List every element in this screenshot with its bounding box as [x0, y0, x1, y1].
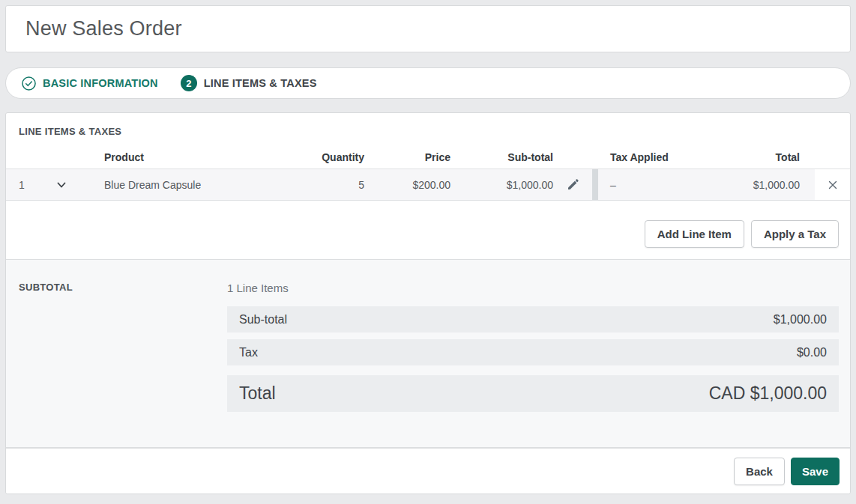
column-header-total: Total: [687, 151, 815, 163]
line-items-table-header: Product Quantity Price Sub-total Tax App…: [6, 146, 850, 168]
save-button[interactable]: Save: [791, 458, 840, 485]
check-circle-icon: [22, 76, 36, 91]
line-items-section: LINE ITEMS & TAXES Product Quantity Pric…: [6, 113, 850, 259]
summary-tax-label: Tax: [239, 346, 258, 359]
summary-row-tax: Tax $0.00: [227, 339, 839, 365]
form-footer: Back Save: [6, 448, 850, 494]
subtotal-section-title: SUBTOTAL: [19, 282, 227, 293]
step-number-badge: 2: [181, 75, 197, 91]
step-label-line-items-taxes: LINE ITEMS & TAXES: [204, 77, 317, 89]
line-item-price: $200.00: [364, 179, 450, 191]
column-header-subtotal: Sub-total: [450, 151, 553, 163]
column-header-product: Product: [104, 151, 282, 163]
chevron-down-icon: [56, 180, 67, 190]
summary-subtotal-value: $1,000.00: [774, 313, 827, 327]
line-item-row: 1 Blue Dream Capsule 5 $200.00 $1,000.00: [6, 168, 850, 201]
step-line-items-taxes[interactable]: 2 LINE ITEMS & TAXES: [181, 75, 317, 91]
step-basic-information[interactable]: BASIC INFORMATION: [22, 76, 158, 91]
line-item-expand-toggle[interactable]: [56, 180, 104, 190]
step-label-basic-information: BASIC INFORMATION: [43, 77, 158, 89]
back-button[interactable]: Back: [734, 458, 785, 485]
summary-subtotal-label: Sub-total: [239, 313, 287, 327]
summary-tax-value: $0.00: [797, 346, 827, 359]
line-items-table: Product Quantity Price Sub-total Tax App…: [6, 146, 850, 201]
edit-line-item-button[interactable]: [553, 178, 592, 191]
line-item-product: Blue Dream Capsule: [104, 179, 282, 191]
page-header: New Sales Order: [5, 5, 851, 52]
column-header-price: Price: [364, 151, 450, 163]
add-line-item-button[interactable]: Add Line Item: [645, 220, 744, 248]
line-item-total: $1,000.00: [687, 179, 815, 191]
line-item-actions: Add Line Item Apply a Tax: [6, 220, 850, 259]
line-item-index: 1: [19, 179, 56, 191]
summary-row-subtotal: Sub-total $1,000.00: [227, 306, 839, 333]
line-item-tax-applied: –: [598, 179, 687, 191]
sales-order-form: LINE ITEMS & TAXES Product Quantity Pric…: [5, 112, 851, 494]
summary-total-value: CAD $1,000.00: [709, 383, 827, 404]
form-stepper: BASIC INFORMATION 2 LINE ITEMS & TAXES: [5, 67, 851, 99]
edit-icon: [567, 178, 579, 191]
line-item-subtotal: $1,000.00: [450, 179, 553, 191]
line-item-quantity: 5: [282, 179, 364, 191]
subtotal-section: SUBTOTAL 1 Line Items Sub-total $1,000.0…: [6, 259, 850, 448]
close-icon: [827, 179, 839, 191]
column-header-tax-applied: Tax Applied: [598, 151, 687, 163]
remove-line-item-button[interactable]: [815, 169, 850, 200]
page-title: New Sales Order: [25, 17, 182, 40]
summary-total-label: Total: [239, 383, 276, 404]
line-items-count: 1 Line Items: [227, 282, 839, 294]
summary-row-total: Total CAD $1,000.00: [227, 375, 839, 412]
row-section-divider: [592, 169, 598, 200]
column-header-quantity: Quantity: [282, 151, 364, 163]
apply-a-tax-button[interactable]: Apply a Tax: [751, 220, 839, 248]
line-items-section-title: LINE ITEMS & TAXES: [6, 126, 850, 137]
